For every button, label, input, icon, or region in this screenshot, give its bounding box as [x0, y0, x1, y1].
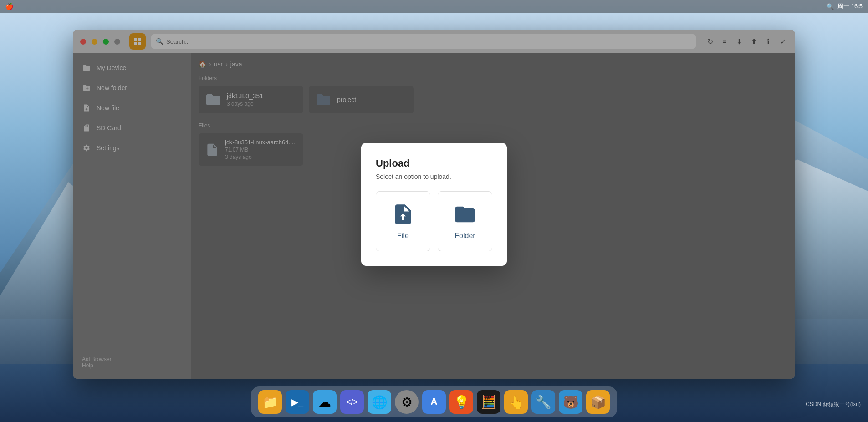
clock: 周一 16:5	[837, 2, 863, 10]
dock-terminal-icon: ▶_	[291, 397, 303, 407]
dock-files[interactable]: 📁	[258, 390, 282, 414]
dock-altstore[interactable]: A	[422, 390, 446, 414]
dock-keka[interactable]: 📦	[586, 390, 610, 414]
dock-settings-icon: ⚙	[401, 395, 413, 410]
upload-file-option[interactable]: File	[376, 191, 430, 251]
dock-touch[interactable]: 👆	[504, 390, 528, 414]
dock-network-icon: 🌐	[372, 395, 388, 410]
upload-file-label: File	[397, 232, 409, 240]
upload-modal: Upload Select an option to upload. File	[361, 143, 507, 266]
dock-code[interactable]: </>	[340, 390, 364, 414]
dock-tools[interactable]: 🔧	[531, 390, 555, 414]
dock-terminal[interactable]: ▶_	[286, 390, 309, 414]
dock-settings[interactable]: ⚙	[395, 390, 419, 414]
app-window: 🔍 ↻ ≡ ⬇ ⬆ ℹ ✓	[73, 30, 795, 379]
upload-folder-label: Folder	[454, 232, 475, 240]
dock-cloud-icon: ☁	[318, 395, 331, 410]
dock-bear-icon: 🐻	[563, 395, 579, 410]
upload-options: File Folder	[376, 191, 492, 251]
bottom-right-text: CSDN @猿猴一号(lxd)	[806, 401, 861, 408]
dock-cloud[interactable]: ☁	[313, 390, 337, 414]
dock-tools-icon: 🔧	[536, 395, 551, 410]
modal-overlay[interactable]: Upload Select an option to upload. File	[73, 30, 795, 379]
dock-touch-icon: 👆	[508, 395, 524, 410]
menubar: 🍎 🔍 周一 16:5	[0, 0, 868, 13]
dock-lamp-icon: 💡	[454, 395, 470, 410]
dock-altstore-icon: A	[430, 396, 438, 408]
dock: 📁 ▶_ ☁ </> 🌐 ⚙ A 💡 🧮 👆 🔧	[251, 386, 617, 417]
dock-lamp[interactable]: 💡	[449, 390, 473, 414]
dock-bear[interactable]: 🐻	[559, 390, 582, 414]
dock-calculator-icon: 🧮	[481, 395, 497, 410]
dock-code-icon: </>	[346, 397, 358, 407]
dock-calculator[interactable]: 🧮	[477, 390, 500, 414]
modal-title: Upload	[376, 158, 492, 169]
apple-icon: 🍎	[5, 3, 13, 10]
dock-files-icon: 📁	[262, 395, 278, 410]
modal-subtitle: Select an option to upload.	[376, 173, 492, 180]
dock-keka-icon: 📦	[590, 395, 606, 410]
dock-network[interactable]: 🌐	[368, 390, 391, 414]
upload-folder-option[interactable]: Folder	[438, 191, 492, 251]
search-icon[interactable]: 🔍	[827, 3, 834, 10]
